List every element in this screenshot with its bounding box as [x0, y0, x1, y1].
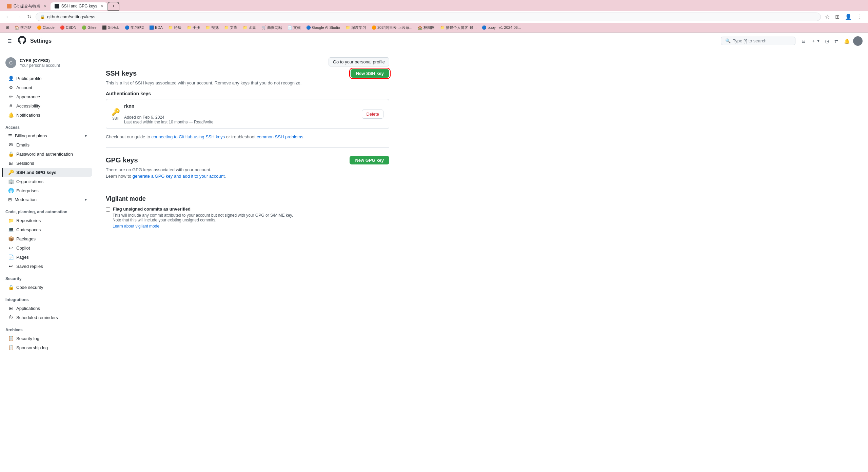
bookmark-lit[interactable]: 📄 文献	[285, 25, 303, 31]
account-icon: ⚙	[8, 85, 14, 90]
issues-button[interactable]: ◷	[823, 37, 831, 45]
forward-button[interactable]: →	[15, 13, 23, 21]
bookmark-lib[interactable]: 📁 文库	[222, 25, 239, 31]
sidebar-item-moderation[interactable]: ⊞ Moderation ▾	[3, 195, 92, 204]
sidebar-item-code-security[interactable]: 🔒 Code security	[3, 283, 92, 292]
sidebar-item-copilot[interactable]: ↩ Copilot	[3, 243, 92, 252]
tab-favicon-1	[7, 4, 12, 8]
sidebar-label-ssh-gpg: SSH and GPG keys	[16, 170, 57, 175]
address-bar[interactable]: 🔒 github.com/settings/keys	[36, 13, 821, 21]
bookmark-1[interactable]: 🏠 学习站	[13, 25, 34, 31]
browser-chrome: Git 提交与特点 ✕ SSH and GPG keys ✕ + ← → ↻ 🔒…	[0, 0, 868, 33]
bookmark-button[interactable]: ☆	[824, 13, 831, 21]
bookmark-school[interactable]: 🏫 校园网	[416, 25, 437, 31]
settings-label: Settings	[30, 38, 52, 44]
sidebar-item-ssh-gpg[interactable]: 🔑 SSH and GPG keys	[2, 168, 92, 177]
bookmark-apps[interactable]: ⊞	[4, 25, 11, 30]
user-avatar[interactable]	[853, 36, 863, 46]
pullrequests-button[interactable]: ⇄	[832, 37, 841, 45]
ssh-title: SSH keys	[106, 70, 137, 77]
ssh-key-info: rknn — — — — — — — — — — — — — — — — — —…	[124, 103, 358, 124]
common-ssh-problems-link[interactable]: common SSH problems	[257, 134, 303, 139]
check-out-pre: Check out our guide to	[106, 134, 151, 139]
sidebar-item-appearance[interactable]: ✏ Appearance	[3, 92, 92, 101]
sidebar-subname: Your personal account	[20, 63, 60, 68]
bookmark-csdn[interactable]: 🔴 CSDN	[58, 25, 78, 30]
sidebar-nav-code: 📁 Repositories 💻 Codespaces 📦 Packages ↩…	[0, 216, 95, 271]
bookmark-compare[interactable]: 📁 比集	[241, 25, 258, 31]
new-gpg-key-button[interactable]: New GPG key	[350, 156, 389, 164]
sidebar-item-applications[interactable]: ⊞ Applications	[3, 304, 92, 313]
sidebar-item-billing[interactable]: ☰ Billing and plans ▾	[3, 132, 92, 140]
bookmark-manual[interactable]: 📁 手册	[185, 25, 202, 31]
bookmark-google-ai[interactable]: 🔵 Google AI Studio	[304, 25, 342, 30]
tab-close-2[interactable]: ✕	[101, 4, 103, 8]
new-ssh-key-button[interactable]: New SSH key	[351, 69, 389, 78]
sidebar-item-emails[interactable]: ✉ Emails	[3, 140, 92, 149]
sidebar-item-pages[interactable]: 📄 Pages	[3, 253, 92, 261]
moderation-arrow-icon: ▾	[85, 197, 87, 202]
back-button[interactable]: ←	[4, 13, 12, 21]
sidebar-item-scheduled-reminders[interactable]: ⏱ Scheduled reminders	[3, 313, 92, 322]
bookmark-shop[interactable]: 🛒 商圈网站	[259, 25, 284, 31]
delete-ssh-key-button[interactable]: Delete	[362, 110, 383, 119]
security-log-icon: 📋	[8, 336, 14, 341]
vigilant-checkbox[interactable]	[106, 207, 110, 212]
header-search[interactable]: 🔍 Type [/] to search	[721, 37, 795, 45]
bookmark-2[interactable]: 🔵 学习站2	[123, 25, 146, 31]
menu-button[interactable]: ⋮	[856, 13, 864, 21]
sidebar-item-packages[interactable]: 📦 Packages	[3, 234, 92, 243]
search-placeholder: Type [/] to search	[733, 38, 767, 43]
sidebar-item-sponsorship-log[interactable]: 📋 Sponsorship log	[3, 343, 92, 352]
reload-button[interactable]: ↻	[26, 13, 33, 21]
vigilant-checkbox-label[interactable]: Flag unsigned commits as unverified	[113, 206, 191, 212]
connecting-ssh-link[interactable]: connecting to GitHub using SSH keys	[151, 134, 225, 139]
bookmark-gitee[interactable]: 🟢 Gitee	[80, 25, 98, 30]
bookmark-buoy[interactable]: 🔵 buoy - v1 2024-06...	[480, 25, 523, 30]
bookmark-eda[interactable]: 🟦 EDA	[147, 25, 165, 30]
sidebar-item-notifications[interactable]: 🔔 Notifications	[3, 111, 92, 119]
bookmark-github[interactable]: ⬛ GitHub	[100, 25, 121, 30]
browser-tab-1[interactable]: Git 提交与特点 ✕	[3, 2, 51, 11]
sessions-icon: ⊞	[8, 160, 14, 166]
gpg-no-keys: There are no GPG keys associated with yo…	[106, 167, 389, 172]
sidebar-username: CYFS (CYFS3)	[20, 58, 60, 63]
sidebar-item-repositories[interactable]: 📁 Repositories	[3, 216, 92, 225]
sidebar-item-sessions[interactable]: ⊞ Sessions	[3, 159, 92, 168]
new-tab-button[interactable]: +	[107, 2, 119, 11]
ssh-key-card: 🔑 SSH rknn — — — — — — — — — — — — — — —…	[106, 99, 389, 129]
bookmark-deeplearn[interactable]: 📁 深度学习	[343, 25, 368, 31]
bookmark-ali[interactable]: 🟠 2024阿里云-上云系...	[370, 25, 414, 31]
sidebar-item-public-profile[interactable]: 👤 Public profile	[3, 74, 92, 83]
sidebar-item-codespaces[interactable]: 💻 Codespaces	[3, 225, 92, 234]
sidebar-item-organizations[interactable]: 🏢 Organizations	[3, 177, 92, 186]
hamburger-menu-button[interactable]: ☰	[5, 37, 14, 45]
vigilant-mode-link[interactable]: Learn about vigilant mode	[113, 224, 159, 229]
gpg-learn-link[interactable]: generate a GPG key and add it to your ac…	[133, 174, 225, 179]
sidebar-item-password[interactable]: 🔒 Password and authentication	[3, 150, 92, 158]
add-button[interactable]: ＋ ▾	[809, 37, 822, 45]
sidebar-item-account[interactable]: ⚙ Account	[3, 83, 92, 92]
sidebar-item-accessibility[interactable]: # Accessibility	[3, 101, 92, 110]
bookmark-forum[interactable]: 📁 论坛	[166, 25, 183, 31]
profile-button[interactable]: 👤	[844, 13, 853, 21]
github-logo[interactable]	[18, 36, 26, 46]
bookmark-visual[interactable]: 📁 视觉	[203, 25, 221, 31]
bookmark-blog[interactable]: 📁 搭建个人博客-最...	[438, 25, 478, 31]
enterprises-icon: 🌐	[8, 188, 14, 193]
browser-tab-2[interactable]: SSH and GPG keys ✕	[51, 2, 107, 10]
go-to-profile-button[interactable]: Go to your personal profile	[329, 57, 389, 66]
vigilant-desc2: Note that this will include your existin…	[113, 218, 389, 222]
sidebar-item-saved-replies[interactable]: ↩ Saved replies	[3, 262, 92, 271]
sidebar-item-security-log[interactable]: 📋 Security log	[3, 334, 92, 343]
sidebar-label-account: Account	[16, 85, 32, 90]
notifications-button[interactable]: 🔔	[842, 37, 852, 45]
sidebar-item-enterprises[interactable]: 🌐 Enterprises	[3, 186, 92, 195]
tab-close-1[interactable]: ✕	[44, 4, 46, 8]
saved-replies-icon: ↩	[8, 263, 14, 269]
copilot-icon-btn[interactable]: ⊟	[800, 37, 808, 45]
bookmark-claude[interactable]: 🟠 Claude	[35, 25, 57, 30]
extensions-button[interactable]: ⊞	[834, 13, 841, 21]
tab-title-2: SSH and GPG keys	[61, 4, 97, 8]
address-text: github.com/settings/keys	[47, 14, 95, 19]
